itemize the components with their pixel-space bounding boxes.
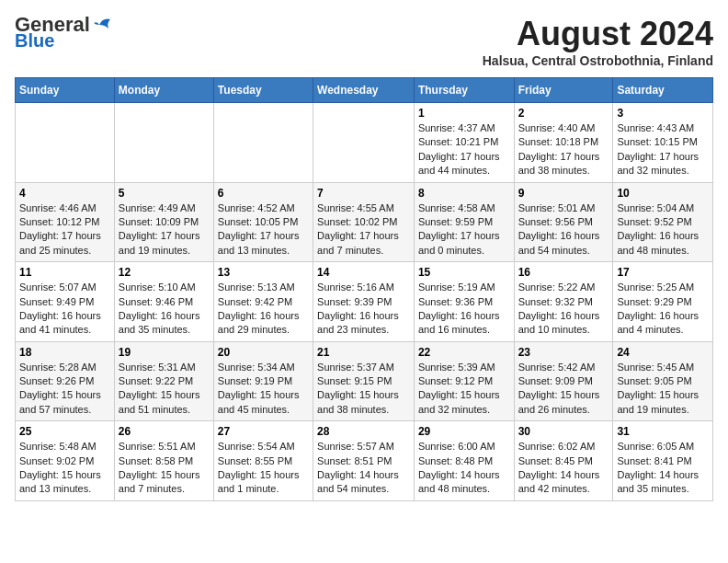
day-number: 25 <box>19 425 110 438</box>
day-number: 28 <box>317 425 410 438</box>
day-number: 7 <box>317 187 410 200</box>
cell-line: Sunset: 9:29 PM <box>617 295 709 309</box>
logo: General Blue <box>15 15 112 50</box>
cell-line: Sunset: 10:18 PM <box>518 135 609 149</box>
calendar-cell: 8Sunrise: 4:58 AMSunset: 9:59 PMDaylight… <box>414 182 514 262</box>
cell-content: Sunrise: 5:10 AMSunset: 9:46 PMDaylight:… <box>119 281 210 338</box>
day-number: 20 <box>218 346 309 359</box>
cell-line: Sunset: 8:55 PM <box>218 454 309 468</box>
col-header-wednesday: Wednesday <box>313 78 415 103</box>
cell-line: Daylight: 15 hours and 7 minutes. <box>119 468 210 497</box>
cell-line: Sunset: 9:46 PM <box>119 295 210 309</box>
calendar-cell: 11Sunrise: 5:07 AMSunset: 9:49 PMDayligh… <box>16 262 115 342</box>
cell-line: Sunrise: 5:04 AM <box>617 201 709 215</box>
cell-line: Sunset: 10:02 PM <box>317 215 410 229</box>
cell-line: Sunrise: 5:34 AM <box>218 361 309 374</box>
day-number: 24 <box>617 346 709 359</box>
day-number: 5 <box>119 187 210 200</box>
cell-line: Daylight: 17 hours and 7 minutes. <box>317 229 410 258</box>
calendar-cell <box>114 103 213 183</box>
calendar-cell: 2Sunrise: 4:40 AMSunset: 10:18 PMDayligh… <box>514 103 613 183</box>
cell-line: Sunrise: 5:31 AM <box>119 361 210 374</box>
cell-line: Daylight: 15 hours and 19 minutes. <box>617 388 709 417</box>
cell-line: Daylight: 15 hours and 57 minutes. <box>19 388 110 417</box>
cell-content: Sunrise: 5:13 AMSunset: 9:42 PMDaylight:… <box>218 281 309 338</box>
cell-line: Sunset: 9:05 PM <box>617 374 709 388</box>
cell-line: Sunrise: 5:45 AM <box>617 361 709 374</box>
calendar-cell: 5Sunrise: 4:49 AMSunset: 10:09 PMDayligh… <box>114 182 213 262</box>
cell-line: Sunrise: 4:46 AM <box>19 201 110 215</box>
day-number: 8 <box>418 187 510 200</box>
header: General Blue August 2024 Halsua, Central… <box>15 15 713 68</box>
calendar-cell: 7Sunrise: 4:55 AMSunset: 10:02 PMDayligh… <box>313 182 415 262</box>
calendar-cell: 4Sunrise: 4:46 AMSunset: 10:12 PMDayligh… <box>16 182 115 262</box>
calendar-cell: 14Sunrise: 5:16 AMSunset: 9:39 PMDayligh… <box>313 262 415 342</box>
calendar-cell: 30Sunrise: 6:02 AMSunset: 8:45 PMDayligh… <box>514 421 613 501</box>
cell-line: Sunset: 9:56 PM <box>518 215 609 229</box>
cell-line: Sunset: 10:15 PM <box>617 135 709 149</box>
calendar-cell: 15Sunrise: 5:19 AMSunset: 9:36 PMDayligh… <box>414 262 514 342</box>
cell-line: Daylight: 15 hours and 38 minutes. <box>317 388 410 417</box>
day-number: 9 <box>518 187 609 200</box>
cell-line: Daylight: 17 hours and 38 minutes. <box>518 150 609 178</box>
day-number: 1 <box>418 107 510 120</box>
calendar-cell: 13Sunrise: 5:13 AMSunset: 9:42 PMDayligh… <box>213 262 313 342</box>
cell-line: Sunset: 9:39 PM <box>317 295 410 309</box>
cell-content: Sunrise: 4:58 AMSunset: 9:59 PMDaylight:… <box>418 201 510 259</box>
calendar-cell: 24Sunrise: 5:45 AMSunset: 9:05 PMDayligh… <box>613 341 713 421</box>
cell-line: Sunset: 9:42 PM <box>218 295 309 309</box>
cell-line: Sunrise: 5:39 AM <box>418 361 510 374</box>
cell-line: Sunset: 8:51 PM <box>317 454 410 468</box>
calendar-table: SundayMondayTuesdayWednesdayThursdayFrid… <box>15 77 713 501</box>
calendar-cell: 31Sunrise: 6:05 AMSunset: 8:41 PMDayligh… <box>613 421 713 501</box>
calendar-cell: 23Sunrise: 5:42 AMSunset: 9:09 PMDayligh… <box>514 341 613 421</box>
calendar-cell: 20Sunrise: 5:34 AMSunset: 9:19 PMDayligh… <box>213 341 313 421</box>
col-header-tuesday: Tuesday <box>213 78 313 103</box>
cell-content: Sunrise: 6:00 AMSunset: 8:48 PMDaylight:… <box>418 440 510 497</box>
cell-line: Daylight: 14 hours and 35 minutes. <box>617 468 709 497</box>
cell-content: Sunrise: 5:42 AMSunset: 9:09 PMDaylight:… <box>518 361 609 418</box>
cell-content: Sunrise: 5:39 AMSunset: 9:12 PMDaylight:… <box>418 361 510 418</box>
cell-line: Daylight: 16 hours and 16 minutes. <box>418 309 510 338</box>
day-number: 30 <box>518 425 609 438</box>
day-number: 16 <box>518 266 609 279</box>
cell-line: Sunset: 10:05 PM <box>218 215 309 229</box>
cell-line: Daylight: 16 hours and 54 minutes. <box>518 229 609 258</box>
logo-blue-text: Blue <box>15 31 54 50</box>
cell-line: Sunset: 10:21 PM <box>418 135 510 149</box>
col-header-saturday: Saturday <box>613 78 713 103</box>
cell-content: Sunrise: 5:16 AMSunset: 9:39 PMDaylight:… <box>317 281 410 338</box>
cell-line: Sunrise: 6:00 AM <box>418 440 510 454</box>
cell-content: Sunrise: 4:37 AMSunset: 10:21 PMDaylight… <box>418 121 510 178</box>
cell-line: Sunset: 8:41 PM <box>617 454 709 468</box>
day-number: 6 <box>218 187 309 200</box>
cell-content: Sunrise: 5:04 AMSunset: 9:52 PMDaylight:… <box>617 201 709 259</box>
cell-line: Sunrise: 5:19 AM <box>418 281 510 294</box>
cell-line: Sunset: 8:45 PM <box>518 454 609 468</box>
cell-content: Sunrise: 5:31 AMSunset: 9:22 PMDaylight:… <box>119 361 210 418</box>
cell-content: Sunrise: 6:05 AMSunset: 8:41 PMDaylight:… <box>617 440 709 497</box>
cell-line: Sunrise: 4:49 AM <box>119 201 210 215</box>
day-number: 18 <box>19 346 110 359</box>
cell-line: Daylight: 17 hours and 44 minutes. <box>418 150 510 178</box>
cell-line: Sunrise: 4:58 AM <box>418 201 510 215</box>
cell-line: Sunrise: 6:05 AM <box>617 440 709 454</box>
cell-content: Sunrise: 5:51 AMSunset: 8:58 PMDaylight:… <box>119 440 210 497</box>
cell-line: Sunrise: 5:07 AM <box>19 281 110 294</box>
day-number: 17 <box>617 266 709 279</box>
cell-line: Sunrise: 4:43 AM <box>617 121 709 135</box>
cell-line: Sunrise: 5:51 AM <box>119 440 210 454</box>
calendar-cell <box>16 103 115 183</box>
cell-line: Sunset: 9:15 PM <box>317 374 410 388</box>
cell-line: Daylight: 16 hours and 35 minutes. <box>119 309 210 338</box>
cell-line: Sunrise: 5:22 AM <box>518 281 609 294</box>
cell-line: Sunrise: 5:28 AM <box>19 361 110 374</box>
calendar-cell: 3Sunrise: 4:43 AMSunset: 10:15 PMDayligh… <box>613 103 713 183</box>
cell-line: Daylight: 16 hours and 23 minutes. <box>317 309 410 338</box>
cell-line: Sunset: 9:32 PM <box>518 295 609 309</box>
day-number: 21 <box>317 346 410 359</box>
cell-line: Sunrise: 5:25 AM <box>617 281 709 294</box>
cell-content: Sunrise: 5:57 AMSunset: 8:51 PMDaylight:… <box>317 440 410 497</box>
cell-line: Sunset: 9:36 PM <box>418 295 510 309</box>
cell-line: Daylight: 17 hours and 25 minutes. <box>19 229 110 258</box>
